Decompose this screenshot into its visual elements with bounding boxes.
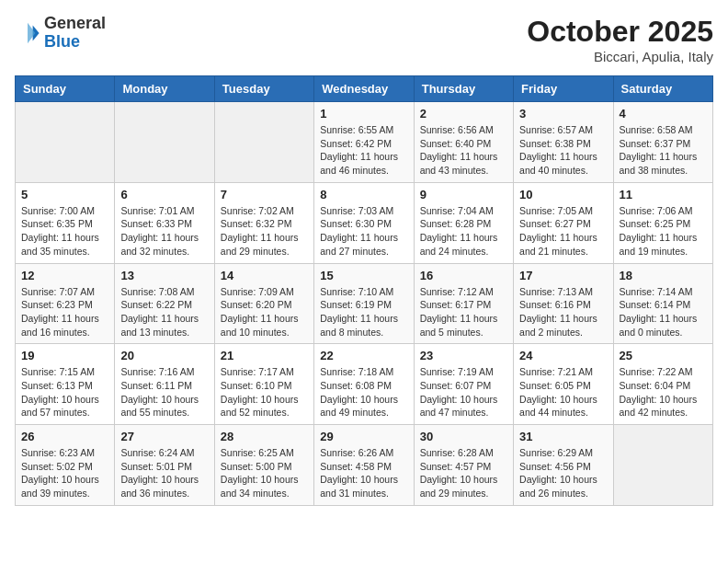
day-info: Sunrise: 7:02 AM Sunset: 6:32 PM Dayligh… <box>221 204 308 259</box>
day-number: 23 <box>420 349 507 362</box>
calendar-day-cell: 19Sunrise: 7:15 AM Sunset: 6:13 PM Dayli… <box>16 344 115 425</box>
logo-icon <box>15 20 40 46</box>
day-info: Sunrise: 6:55 AM Sunset: 6:42 PM Dayligh… <box>320 123 407 178</box>
day-number: 7 <box>221 188 308 201</box>
day-number: 4 <box>620 107 707 121</box>
day-number: 31 <box>519 430 607 443</box>
calendar-day-cell: 20Sunrise: 7:16 AM Sunset: 6:11 PM Dayli… <box>115 344 214 425</box>
day-number: 6 <box>120 188 208 201</box>
day-number: 24 <box>519 349 607 362</box>
calendar-day-cell: 4Sunrise: 6:58 AM Sunset: 6:37 PM Daylig… <box>613 102 712 183</box>
day-info: Sunrise: 7:00 AM Sunset: 6:35 PM Dayligh… <box>21 204 108 259</box>
day-info: Sunrise: 6:28 AM Sunset: 4:57 PM Dayligh… <box>420 446 507 500</box>
day-number: 21 <box>221 349 308 362</box>
day-number: 2 <box>420 107 507 121</box>
logo-blue-text: Blue <box>44 32 80 51</box>
day-info: Sunrise: 7:19 AM Sunset: 6:07 PM Dayligh… <box>420 365 507 419</box>
calendar-day-cell <box>214 102 313 183</box>
day-number: 16 <box>420 269 507 282</box>
calendar-day-cell: 12Sunrise: 7:07 AM Sunset: 6:23 PM Dayli… <box>16 263 115 344</box>
day-number: 3 <box>519 107 607 121</box>
day-info: Sunrise: 7:14 AM Sunset: 6:14 PM Dayligh… <box>620 285 707 339</box>
calendar-week-row: 19Sunrise: 7:15 AM Sunset: 6:13 PM Dayli… <box>16 344 713 425</box>
day-info: Sunrise: 6:25 AM Sunset: 5:00 PM Dayligh… <box>221 446 308 500</box>
calendar-day-cell: 18Sunrise: 7:14 AM Sunset: 6:14 PM Dayli… <box>613 263 712 344</box>
calendar-day-cell: 14Sunrise: 7:09 AM Sunset: 6:20 PM Dayli… <box>214 263 313 344</box>
calendar-day-cell: 26Sunrise: 6:23 AM Sunset: 5:02 PM Dayli… <box>16 425 115 506</box>
day-info: Sunrise: 7:17 AM Sunset: 6:10 PM Dayligh… <box>221 365 308 419</box>
day-number: 9 <box>420 188 507 201</box>
day-number: 14 <box>221 269 308 282</box>
calendar-day-cell: 3Sunrise: 6:57 AM Sunset: 6:38 PM Daylig… <box>514 102 613 183</box>
day-info: Sunrise: 6:58 AM Sunset: 6:37 PM Dayligh… <box>620 123 707 178</box>
day-info: Sunrise: 7:06 AM Sunset: 6:25 PM Dayligh… <box>620 204 707 259</box>
day-number: 1 <box>320 107 407 121</box>
calendar-week-row: 12Sunrise: 7:07 AM Sunset: 6:23 PM Dayli… <box>16 263 713 344</box>
calendar-day-cell <box>115 102 214 183</box>
day-info: Sunrise: 7:13 AM Sunset: 6:16 PM Dayligh… <box>519 285 607 339</box>
calendar-day-cell: 29Sunrise: 6:26 AM Sunset: 4:58 PM Dayli… <box>314 425 414 506</box>
calendar-day-cell <box>613 425 712 506</box>
day-number: 18 <box>620 269 707 282</box>
day-info: Sunrise: 6:56 AM Sunset: 6:40 PM Dayligh… <box>420 123 507 178</box>
calendar-day-cell: 22Sunrise: 7:18 AM Sunset: 6:08 PM Dayli… <box>314 344 414 425</box>
calendar-day-cell: 27Sunrise: 6:24 AM Sunset: 5:01 PM Dayli… <box>115 425 214 506</box>
day-info: Sunrise: 7:01 AM Sunset: 6:33 PM Dayligh… <box>120 204 208 259</box>
calendar-weekday-header: Wednesday <box>314 76 414 102</box>
day-number: 20 <box>120 349 208 362</box>
day-number: 22 <box>320 349 407 362</box>
day-number: 13 <box>120 269 208 282</box>
day-info: Sunrise: 6:24 AM Sunset: 5:01 PM Dayligh… <box>120 446 208 500</box>
day-number: 12 <box>21 269 108 282</box>
month-year-title: October 2025 <box>527 15 713 49</box>
day-info: Sunrise: 7:10 AM Sunset: 6:19 PM Dayligh… <box>320 285 407 339</box>
calendar-day-cell: 15Sunrise: 7:10 AM Sunset: 6:19 PM Dayli… <box>314 263 414 344</box>
day-info: Sunrise: 7:21 AM Sunset: 6:05 PM Dayligh… <box>519 365 607 419</box>
calendar-day-cell: 8Sunrise: 7:03 AM Sunset: 6:30 PM Daylig… <box>314 182 414 263</box>
day-number: 25 <box>620 349 707 362</box>
calendar-header-row: SundayMondayTuesdayWednesdayThursdayFrid… <box>16 76 713 102</box>
day-number: 29 <box>320 430 407 443</box>
logo-general-text: General <box>44 14 106 32</box>
day-info: Sunrise: 7:16 AM Sunset: 6:11 PM Dayligh… <box>120 365 208 419</box>
calendar-day-cell: 31Sunrise: 6:29 AM Sunset: 4:56 PM Dayli… <box>514 425 613 506</box>
calendar-week-row: 1Sunrise: 6:55 AM Sunset: 6:42 PM Daylig… <box>16 102 713 183</box>
day-number: 28 <box>221 430 308 443</box>
calendar-weekday-header: Sunday <box>16 76 115 102</box>
day-info: Sunrise: 7:07 AM Sunset: 6:23 PM Dayligh… <box>21 285 108 339</box>
calendar-weekday-header: Saturday <box>613 76 712 102</box>
day-number: 8 <box>320 188 407 201</box>
calendar-day-cell: 24Sunrise: 7:21 AM Sunset: 6:05 PM Dayli… <box>514 344 613 425</box>
day-info: Sunrise: 7:15 AM Sunset: 6:13 PM Dayligh… <box>21 365 108 419</box>
calendar-day-cell: 23Sunrise: 7:19 AM Sunset: 6:07 PM Dayli… <box>414 344 513 425</box>
calendar-day-cell: 16Sunrise: 7:12 AM Sunset: 6:17 PM Dayli… <box>414 263 513 344</box>
calendar-day-cell: 5Sunrise: 7:00 AM Sunset: 6:35 PM Daylig… <box>16 182 115 263</box>
day-number: 30 <box>420 430 507 443</box>
calendar-week-row: 5Sunrise: 7:00 AM Sunset: 6:35 PM Daylig… <box>16 182 713 263</box>
day-info: Sunrise: 6:57 AM Sunset: 6:38 PM Dayligh… <box>519 123 607 178</box>
calendar-weekday-header: Friday <box>514 76 613 102</box>
calendar-day-cell <box>16 102 115 183</box>
day-number: 26 <box>21 430 108 443</box>
calendar-day-cell: 1Sunrise: 6:55 AM Sunset: 6:42 PM Daylig… <box>314 102 414 183</box>
day-info: Sunrise: 6:29 AM Sunset: 4:56 PM Dayligh… <box>519 446 607 500</box>
day-number: 27 <box>120 430 208 443</box>
logo: General Blue <box>15 15 106 52</box>
calendar-day-cell: 17Sunrise: 7:13 AM Sunset: 6:16 PM Dayli… <box>514 263 613 344</box>
day-info: Sunrise: 7:18 AM Sunset: 6:08 PM Dayligh… <box>320 365 407 419</box>
day-info: Sunrise: 7:12 AM Sunset: 6:17 PM Dayligh… <box>420 285 507 339</box>
calendar-weekday-header: Tuesday <box>214 76 313 102</box>
calendar-day-cell: 21Sunrise: 7:17 AM Sunset: 6:10 PM Dayli… <box>214 344 313 425</box>
day-info: Sunrise: 7:05 AM Sunset: 6:27 PM Dayligh… <box>519 204 607 259</box>
day-info: Sunrise: 6:26 AM Sunset: 4:58 PM Dayligh… <box>320 446 407 500</box>
day-info: Sunrise: 6:23 AM Sunset: 5:02 PM Dayligh… <box>21 446 108 500</box>
day-number: 10 <box>519 188 607 201</box>
calendar-day-cell: 6Sunrise: 7:01 AM Sunset: 6:33 PM Daylig… <box>115 182 214 263</box>
title-block: October 2025 Biccari, Apulia, Italy <box>527 15 713 64</box>
calendar-day-cell: 7Sunrise: 7:02 AM Sunset: 6:32 PM Daylig… <box>214 182 313 263</box>
day-number: 11 <box>620 188 707 201</box>
calendar-weekday-header: Thursday <box>414 76 513 102</box>
day-info: Sunrise: 7:22 AM Sunset: 6:04 PM Dayligh… <box>620 365 707 419</box>
calendar-day-cell: 13Sunrise: 7:08 AM Sunset: 6:22 PM Dayli… <box>115 263 214 344</box>
calendar-week-row: 26Sunrise: 6:23 AM Sunset: 5:02 PM Dayli… <box>16 425 713 506</box>
